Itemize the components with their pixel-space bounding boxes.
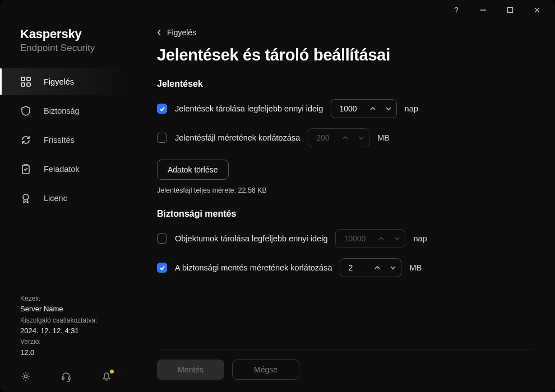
- brand-subtitle: Endpoint Security: [20, 43, 114, 54]
- stepper-value[interactable]: 2: [340, 263, 369, 272]
- save-button[interactable]: Mentés: [157, 360, 224, 380]
- row-backup-limit-size: A biztonsági mentés méretének korlátozás…: [157, 258, 533, 277]
- badge-icon: [20, 193, 31, 204]
- chevron-down-icon: [358, 135, 364, 141]
- checkbox-backup-limit[interactable]: [157, 263, 167, 273]
- label-reports-limit: Jelentésfájl méretének korlátozása: [175, 133, 300, 142]
- stepper-up: [373, 229, 389, 248]
- close-button[interactable]: [526, 2, 548, 18]
- nav-label: Licenc: [44, 194, 67, 203]
- stepper-up[interactable]: [365, 99, 381, 118]
- titlebar: ?: [0, 0, 555, 20]
- bottom-icons: [0, 363, 135, 392]
- chevron-down-icon: [390, 265, 396, 270]
- unit-days: nap: [413, 234, 427, 243]
- svg-point-10: [24, 375, 27, 377]
- minimize-button[interactable]: [472, 2, 494, 18]
- checkbox-reports-store[interactable]: [157, 104, 167, 114]
- svg-point-9: [23, 194, 29, 200]
- cancel-button[interactable]: Mégse: [232, 360, 299, 380]
- svg-rect-12: [68, 377, 70, 380]
- stepper-reports-days: 1000: [331, 99, 396, 118]
- help-button[interactable]: ?: [445, 2, 468, 18]
- maximize-button[interactable]: [499, 2, 521, 18]
- svg-rect-4: [21, 77, 25, 81]
- settings-button[interactable]: [20, 371, 31, 382]
- row-reports-store-duration: Jelentések tárolása legfeljebb ennyi ide…: [157, 99, 533, 118]
- row-backup-store-duration: Objektumok tárolása legfeljebb ennyi ide…: [157, 229, 533, 248]
- label-reports-store: Jelentések tárolása legfeljebb ennyi ide…: [175, 104, 323, 113]
- nav-label: Figyelés: [44, 77, 74, 86]
- main-panel: Figyelés Jelentések és tároló beállítása…: [135, 20, 555, 392]
- support-button[interactable]: [61, 371, 72, 382]
- checkbox-reports-limit[interactable]: [157, 133, 167, 143]
- footer-bar: Mentés Mégse: [157, 349, 533, 392]
- gear-icon: [20, 371, 31, 382]
- label-backup-limit: A biztonsági mentés méretének korlátozás…: [175, 263, 332, 272]
- nav-label: Biztonság: [44, 106, 80, 115]
- stepper-value: 200: [308, 133, 337, 142]
- managed-by-value: Server Name: [20, 304, 135, 315]
- chevron-up-icon: [374, 265, 380, 270]
- nav-item-update[interactable]: Frissítés: [0, 127, 135, 153]
- svg-rect-6: [21, 83, 25, 86]
- chevron-left-icon: [157, 29, 161, 36]
- section-heading-backup: Biztonsági mentés: [157, 209, 533, 219]
- brand: Kaspersky Endpoint Security: [0, 22, 135, 64]
- svg-rect-7: [27, 83, 30, 86]
- nav-item-license[interactable]: Licenc: [0, 185, 135, 212]
- brand-name: Kaspersky: [20, 27, 114, 41]
- help-icon: ?: [454, 6, 459, 15]
- breadcrumb-label: Figyelés: [167, 28, 196, 37]
- nav-item-monitoring[interactable]: Figyelés: [0, 68, 135, 95]
- stepper-reports-mb: 200: [308, 128, 369, 147]
- stepper-down: [389, 229, 405, 248]
- check-icon: [159, 106, 165, 112]
- clipboard-icon: [20, 164, 31, 175]
- version-label: Verzió:: [20, 337, 135, 347]
- shield-icon: [20, 105, 31, 116]
- app-window: ? Kaspersky Endpoint Security Figyelés: [0, 0, 555, 392]
- check-icon: [159, 265, 165, 271]
- nav-item-security[interactable]: Biztonság: [0, 97, 135, 124]
- unit-days: nap: [405, 104, 418, 113]
- nav-item-tasks[interactable]: Feladatok: [0, 156, 135, 183]
- stepper-down[interactable]: [385, 258, 401, 277]
- svg-rect-11: [62, 377, 64, 380]
- headset-icon: [61, 371, 72, 382]
- managed-by-label: Kezeli:: [20, 293, 135, 304]
- stepper-backup-days: 10000: [335, 229, 405, 248]
- notifications-button[interactable]: [101, 371, 112, 382]
- notification-dot-icon: [110, 370, 114, 374]
- stepper-down[interactable]: [381, 99, 396, 118]
- stepper-up: [337, 128, 353, 147]
- chevron-up-icon: [343, 135, 348, 141]
- row-reports-limit-size: Jelentésfájl méretének korlátozása 200 M…: [157, 128, 533, 147]
- status-block: Kezeli: Server Name Kiszolgáló csatlakoz…: [0, 293, 135, 363]
- unit-mb: MB: [409, 263, 422, 272]
- breadcrumb-back[interactable]: Figyelés: [157, 25, 533, 40]
- stepper-up[interactable]: [369, 258, 385, 277]
- dashboard-icon: [20, 76, 31, 87]
- section-heading-reports: Jelentések: [157, 79, 533, 89]
- stepper-value[interactable]: 1000: [331, 104, 364, 113]
- chevron-down-icon: [394, 236, 400, 241]
- nav-label: Feladatok: [44, 165, 80, 174]
- page-title: Jelentések és tároló beállításai: [157, 46, 533, 64]
- chevron-up-icon: [370, 106, 376, 111]
- maximize-icon: [507, 7, 514, 13]
- clear-data-button[interactable]: Adatok törlése: [157, 160, 229, 180]
- stepper-value: 10000: [336, 234, 373, 243]
- version-value: 12.0: [20, 347, 135, 358]
- svg-rect-5: [27, 77, 30, 81]
- nav-label: Frissítés: [44, 136, 75, 144]
- server-connected-label: Kiszolgáló csatlakoztatva:: [20, 315, 135, 326]
- nav: Figyelés Biztonság Frissítés: [0, 68, 135, 212]
- stepper-backup-mb: 2: [340, 258, 401, 277]
- checkbox-backup-store[interactable]: [157, 234, 167, 244]
- minimize-icon: [480, 7, 487, 13]
- refresh-icon: [20, 134, 31, 146]
- server-connected-value: 2024. 12. 12. 4:31: [20, 325, 135, 337]
- chevron-down-icon: [386, 106, 391, 111]
- report-file-size: Jelentésfájl teljes mérete: 22,56 KB: [157, 186, 533, 194]
